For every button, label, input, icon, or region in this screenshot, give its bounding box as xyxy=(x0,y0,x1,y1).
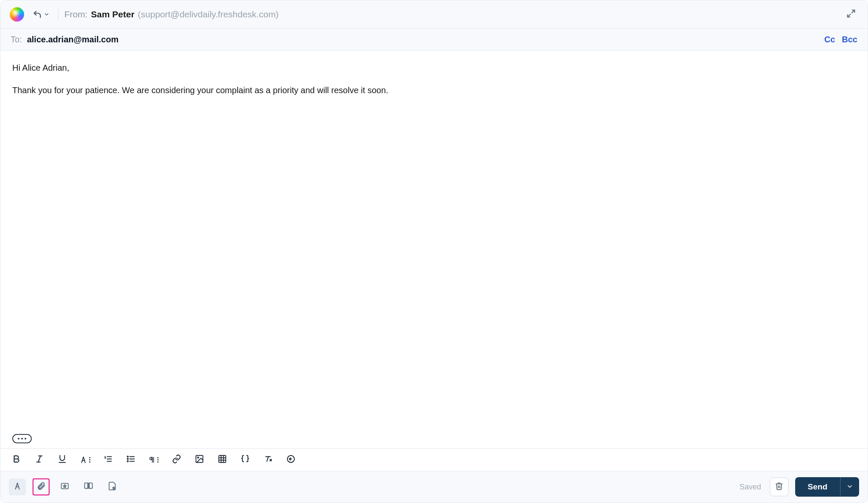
svg-point-9 xyxy=(89,462,91,463)
to-value[interactable]: alice.adrian@mail.com xyxy=(27,35,119,44)
clear-formatting-button[interactable] xyxy=(262,454,274,466)
from-label: From: xyxy=(64,9,88,19)
undo-button[interactable] xyxy=(285,454,297,466)
send-group: Send xyxy=(795,477,859,497)
show-trimmed-content-button[interactable] xyxy=(12,434,32,443)
chevron-down-icon xyxy=(44,11,50,17)
discard-draft-button[interactable] xyxy=(770,478,788,496)
svg-point-23 xyxy=(197,457,199,458)
canned-response-icon xyxy=(60,481,69,492)
app-logo xyxy=(10,7,24,22)
from-email: (support@delivdaily.freshdesk.com) xyxy=(138,9,279,19)
send-button[interactable]: Send xyxy=(795,477,840,497)
template-icon xyxy=(108,481,117,492)
svg-point-8 xyxy=(89,459,91,461)
from-name: Sam Peter xyxy=(91,9,135,19)
table-icon xyxy=(218,454,227,465)
reply-type-dropdown[interactable] xyxy=(30,8,52,21)
send-options-button[interactable] xyxy=(840,477,859,497)
chevron-down-icon xyxy=(846,483,853,491)
formatting-toolbar xyxy=(0,448,868,471)
code-icon xyxy=(240,454,250,465)
paragraph-format-button[interactable] xyxy=(148,454,160,466)
reply-icon xyxy=(33,10,42,19)
message-body[interactable]: Hi Alice Adrian, Thank you for your pati… xyxy=(0,51,868,448)
svg-point-19 xyxy=(158,457,159,459)
canned-response-button[interactable] xyxy=(56,478,73,495)
svg-marker-32 xyxy=(63,484,66,487)
ordered-list-icon xyxy=(103,454,113,465)
svg-point-20 xyxy=(158,459,159,461)
undo-icon xyxy=(286,454,296,465)
svg-point-21 xyxy=(158,462,159,463)
to-row: To: alice.adrian@mail.com Cc Bcc xyxy=(0,29,868,51)
svg-rect-24 xyxy=(219,456,226,463)
saved-status: Saved xyxy=(740,483,761,492)
svg-line-4 xyxy=(38,456,41,462)
toggle-formatting-button[interactable] xyxy=(9,478,26,495)
insert-link-button[interactable] xyxy=(171,454,182,466)
text-color-icon xyxy=(79,456,91,464)
expand-icon xyxy=(846,9,856,20)
svg-point-18 xyxy=(127,461,128,462)
clear-formatting-icon xyxy=(263,454,273,465)
to-label: To: xyxy=(11,35,22,44)
svg-point-16 xyxy=(127,456,128,457)
body-paragraph: Thank you for your patience. We are cons… xyxy=(12,84,856,97)
insert-table-button[interactable] xyxy=(216,454,228,466)
insert-code-button[interactable] xyxy=(239,454,251,466)
unordered-list-icon xyxy=(126,454,135,465)
body-greeting: Hi Alice Adrian, xyxy=(12,62,856,74)
underline-icon xyxy=(58,454,67,465)
bold-button[interactable] xyxy=(11,454,22,466)
expand-button[interactable] xyxy=(844,6,858,22)
svg-point-17 xyxy=(127,459,128,460)
svg-point-7 xyxy=(89,457,91,459)
insert-image-button[interactable] xyxy=(194,454,205,466)
attachment-icon xyxy=(36,481,46,492)
from-row: From: Sam Peter (support@delivdaily.fres… xyxy=(0,0,868,29)
bcc-button[interactable]: Bcc xyxy=(842,35,857,44)
knowledge-base-button[interactable] xyxy=(80,478,97,495)
bold-icon xyxy=(12,454,21,465)
paragraph-format-icon xyxy=(148,456,159,464)
cc-bcc-group: Cc Bcc xyxy=(824,35,857,44)
link-icon xyxy=(172,454,181,465)
italic-button[interactable] xyxy=(33,454,45,466)
unordered-list-button[interactable] xyxy=(125,454,137,466)
italic-icon xyxy=(35,454,44,465)
reply-editor: From: Sam Peter (support@delivdaily.fres… xyxy=(0,0,868,503)
insert-template-button[interactable] xyxy=(104,478,121,495)
image-icon xyxy=(195,454,204,465)
trash-icon xyxy=(775,482,783,492)
from-block[interactable]: From: Sam Peter (support@delivdaily.fres… xyxy=(64,9,279,19)
text-color-button[interactable] xyxy=(79,454,91,466)
font-style-icon xyxy=(13,481,22,492)
action-bar: Saved Send xyxy=(0,471,868,503)
attach-file-button[interactable] xyxy=(33,478,50,495)
cc-button[interactable]: Cc xyxy=(824,35,835,44)
svg-marker-34 xyxy=(113,487,115,489)
underline-button[interactable] xyxy=(56,454,68,466)
knowledge-base-icon xyxy=(83,481,94,492)
ordered-list-button[interactable] xyxy=(102,454,114,466)
divider xyxy=(58,9,58,20)
